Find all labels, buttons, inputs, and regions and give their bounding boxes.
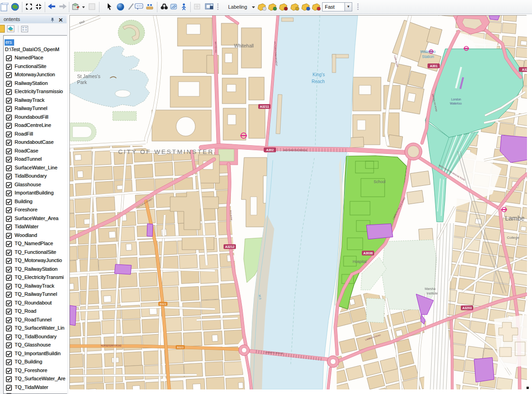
svg-text:Reach: Reach xyxy=(312,79,325,84)
svg-text:B323: B323 xyxy=(160,303,167,305)
svg-text:Waterloo: Waterloo xyxy=(450,102,462,105)
svg-text:Station: Station xyxy=(422,54,434,59)
svg-text:A3212: A3212 xyxy=(225,245,235,248)
svg-text:A32: A32 xyxy=(522,68,527,71)
svg-text:A3203: A3203 xyxy=(462,306,472,310)
svg-text:A302: A302 xyxy=(266,148,274,152)
svg-text:Waterloo: Waterloo xyxy=(420,49,436,54)
svg-text:Whitehall: Whitehall xyxy=(234,43,254,48)
svg-text:Marsha: Marsha xyxy=(425,287,435,290)
svg-text:School: School xyxy=(374,179,386,184)
svg-text:London: London xyxy=(451,98,461,101)
svg-text:WESTMINSTER BRIDGE: WESTMINSTER BRIDGE xyxy=(283,149,307,152)
svg-text:B323: B323 xyxy=(177,346,184,349)
svg-text:A301: A301 xyxy=(430,64,438,68)
svg-text:College: College xyxy=(507,236,520,240)
svg-text:A3036: A3036 xyxy=(363,252,373,255)
svg-text:CITY OF WESTMINSTER: CITY OF WESTMINSTER xyxy=(118,148,214,155)
svg-text:A3211: A3211 xyxy=(260,105,269,108)
svg-text:WHITEHALL: WHITEHALL xyxy=(214,42,217,53)
svg-text:Hospital: Hospital xyxy=(353,259,367,264)
svg-text:Institute: Institute xyxy=(427,292,438,295)
svg-text:Park: Park xyxy=(77,79,87,85)
svg-text:HORSEFERRY ROAD: HORSEFERRY ROAD xyxy=(101,345,122,347)
svg-text:St James's: St James's xyxy=(77,74,100,79)
svg-text:Lambe: Lambe xyxy=(505,215,525,222)
svg-text:King's: King's xyxy=(313,72,325,77)
